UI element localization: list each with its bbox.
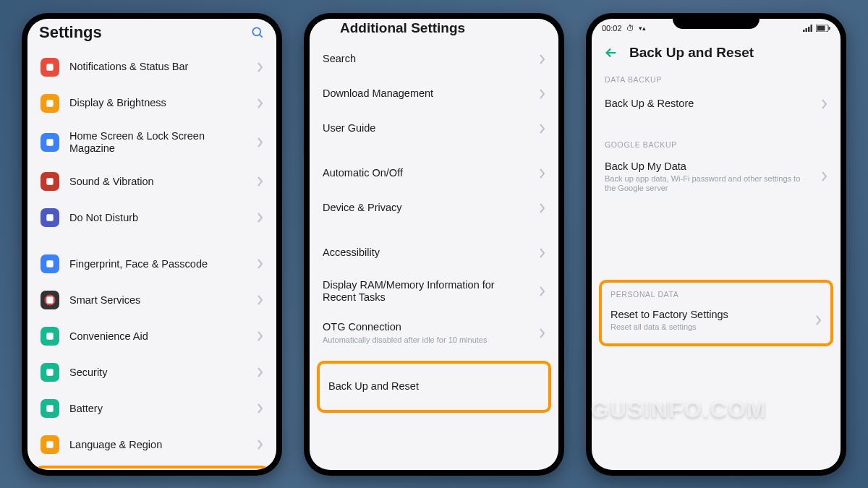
settings-item-label: Fingerprint, Face & Passcode — [69, 258, 247, 270]
svg-rect-3 — [46, 100, 53, 106]
additional-list[interactable]: SearchDownload ManagementUser Guide Auto… — [310, 42, 558, 470]
language-icon — [41, 435, 59, 454]
highlight-additional-settings[interactable]: Additional Settings — [35, 466, 269, 469]
settings-item-label: OTG Connection — [323, 321, 529, 333]
settings-item[interactable]: Smart Services — [27, 282, 276, 318]
section-header: DATA BACKUP — [592, 67, 841, 87]
settings-list[interactable]: Notifications & Status BarDisplay & Brig… — [27, 49, 276, 470]
settings-item-label: Back Up & Restore — [605, 98, 812, 110]
settings-item-label: Home Screen & Lock Screen Magazine — [69, 130, 247, 155]
phone-2: Additional Settings SearchDownload Manag… — [304, 13, 564, 476]
settings-item[interactable]: OTG ConnectionAutomatically disabled aft… — [310, 312, 558, 354]
settings-item-label: Search — [323, 53, 529, 65]
settings-item-label: User Guide — [323, 122, 529, 134]
settings-item[interactable]: Security — [27, 354, 276, 390]
screen-2: Additional Settings SearchDownload Manag… — [310, 19, 558, 470]
settings-item[interactable]: Battery — [27, 390, 276, 427]
settings-item[interactable]: Language & Region — [27, 427, 276, 463]
svg-rect-6 — [46, 215, 53, 221]
chevron-right-icon — [258, 98, 263, 108]
chevron-right-icon — [816, 315, 822, 325]
svg-rect-4 — [46, 139, 53, 145]
svg-point-0 — [252, 27, 260, 35]
page-title: Settings — [39, 23, 102, 42]
section-header: GOOGLE BACKUP — [592, 132, 841, 152]
additional-settings-header: Additional Settings — [310, 19, 558, 42]
settings-item[interactable]: User Guide — [310, 111, 558, 146]
chevron-right-icon — [258, 259, 263, 269]
svg-rect-15 — [806, 28, 808, 32]
highlight-backup-reset[interactable]: Back Up and Reset — [317, 361, 551, 413]
search-icon[interactable] — [250, 25, 265, 40]
security-icon — [41, 363, 59, 382]
chevron-right-icon — [822, 99, 827, 109]
backup-list[interactable]: DATA BACKUPBack Up & RestoreGOOGLE BACKU… — [592, 67, 841, 470]
settings-item[interactable]: Display RAM/Memory Information for Recen… — [310, 270, 558, 313]
settings-item-label: Language & Region — [69, 439, 247, 451]
settings-item[interactable]: Download Management — [310, 77, 558, 111]
settings-item-label: Display RAM/Memory Information for Recen… — [323, 279, 529, 304]
settings-item[interactable]: Back Up & Restore — [592, 87, 841, 121]
settings-item[interactable]: Notifications & Status Bar — [27, 49, 276, 85]
svg-rect-16 — [808, 27, 810, 32]
settings-item[interactable]: Automatic On/Off — [310, 156, 558, 191]
battery-icon — [41, 399, 59, 418]
svg-rect-14 — [803, 30, 805, 32]
screen-1: Settings Notifications & Status BarDispl… — [27, 19, 276, 470]
chevron-right-icon — [258, 213, 263, 223]
status-time: 00:02 — [602, 24, 622, 33]
chevron-right-icon — [258, 137, 263, 147]
settings-item[interactable]: Accessibility — [310, 236, 558, 270]
settings-item-label: Battery — [69, 403, 247, 415]
settings-item-label: Notifications & Status Bar — [69, 61, 247, 73]
svg-rect-19 — [817, 25, 825, 30]
chevron-right-icon — [258, 176, 263, 187]
display-icon — [41, 94, 59, 113]
svg-line-1 — [260, 34, 263, 37]
phone-3: 00:02 ⏱ ▾▴ Back Up and Reset DATA BACKUP… — [586, 13, 846, 476]
settings-item-sub: Automatically disabled after idle for 10… — [323, 335, 529, 345]
clock-icon: ⏱ — [626, 24, 634, 33]
settings-item-label: Smart Services — [69, 294, 247, 307]
page-title: Back Up and Reset — [629, 45, 754, 61]
settings-item[interactable]: Back Up My DataBack up app data, Wi-Fi p… — [592, 152, 841, 202]
settings-header: Settings — [27, 19, 276, 49]
settings-item-label: Reset to Factory Settings — [610, 309, 806, 321]
settings-item-label: Display & Brightness — [69, 97, 247, 109]
home-icon — [41, 133, 59, 152]
chevron-right-icon — [540, 328, 545, 338]
settings-item[interactable]: Do Not Disturb — [27, 200, 276, 236]
dnd-icon — [41, 208, 59, 227]
settings-item[interactable]: Display & Brightness — [27, 85, 276, 121]
svg-rect-17 — [811, 25, 813, 32]
settings-item-label: Back Up and Reset — [328, 380, 540, 393]
svg-rect-11 — [46, 406, 53, 412]
settings-item[interactable]: Fingerprint, Face & Passcode — [27, 246, 276, 282]
sound-icon — [41, 172, 59, 191]
settings-item[interactable]: Convenience Aid — [27, 318, 276, 354]
svg-rect-5 — [46, 179, 53, 185]
svg-rect-7 — [46, 261, 53, 267]
chevron-right-icon — [540, 248, 545, 258]
settings-item[interactable]: Device & Privacy — [310, 191, 558, 226]
chevron-right-icon — [258, 62, 263, 72]
settings-item[interactable]: Search — [310, 42, 558, 77]
phone-1: Settings Notifications & Status BarDispl… — [22, 13, 282, 476]
back-icon[interactable] — [603, 45, 619, 61]
page-title: Additional Settings — [340, 20, 465, 36]
screen-3: 00:02 ⏱ ▾▴ Back Up and Reset DATA BACKUP… — [592, 19, 841, 470]
settings-item[interactable]: Home Screen & Lock Screen Magazine — [27, 121, 276, 164]
fingerprint-icon — [41, 254, 59, 273]
chevron-right-icon — [540, 168, 545, 179]
chevron-right-icon — [540, 286, 545, 296]
settings-item-label: Sound & Vibration — [69, 176, 247, 188]
svg-rect-9 — [46, 333, 53, 340]
settings-item[interactable]: Sound & Vibration — [27, 163, 276, 200]
settings-item-sub: Back up app data, Wi-Fi password and oth… — [605, 174, 812, 193]
chevron-right-icon — [540, 89, 545, 99]
signal-icon — [803, 25, 813, 32]
smart-icon — [41, 291, 59, 309]
highlight-factory-reset[interactable]: PERSONAL DATA Reset to Factory Settings … — [599, 280, 833, 346]
settings-item-label: Automatic On/Off — [323, 167, 529, 179]
chevron-right-icon — [258, 367, 263, 377]
